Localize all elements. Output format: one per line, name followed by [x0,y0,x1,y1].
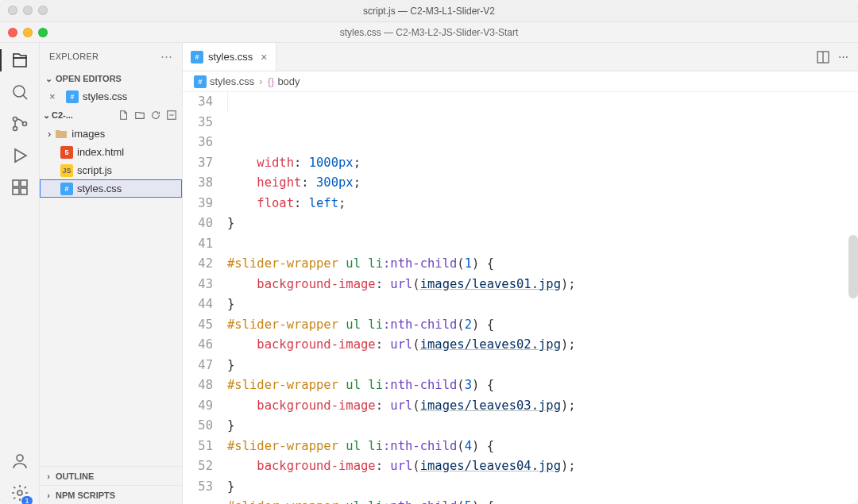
new-file-icon[interactable] [118,110,129,121]
sidebar-more-icon[interactable]: ⋯ [160,49,172,63]
minimize-dot[interactable] [23,28,33,37]
tree-item-label: script.js [77,164,112,176]
tree-item-label: index.html [77,146,124,158]
sidebar: EXPLORER ⋯ ⌄ OPEN EDITORS × # styles.css… [40,43,183,504]
settings-badge: 1 [21,496,32,504]
html-file-icon: 5 [60,146,73,159]
tree-file-script-js[interactable]: JS script.js [40,161,182,179]
open-editor-filename: styles.css [83,90,127,102]
tree-item-label: images [72,128,105,140]
svg-rect-4 [13,180,19,187]
breadcrumb-symbol[interactable]: {} body [268,75,300,87]
open-editor-item[interactable]: × # styles.css [40,87,182,106]
chevron-down-icon: ⌄ [43,110,50,121]
svg-rect-6 [21,188,27,194]
outer-max-dot[interactable] [38,6,48,15]
maximize-dot[interactable] [38,28,48,37]
tab-label: styles.css [208,51,253,63]
inner-window-title: styles.css — C2-M3-L2-JS-Slider-V3-Start [340,27,519,38]
inner-titlebar: styles.css — C2-M3-L2-JS-Slider-V3-Start [0,22,858,43]
chevron-right-icon: › [48,128,51,140]
css-file-icon: # [194,75,207,88]
extensions-icon[interactable] [9,176,31,198]
svg-point-1 [13,117,17,121]
css-file-icon: # [60,183,73,195]
svg-rect-7 [21,180,27,187]
tree-file-index-html[interactable]: 5 index.html [40,143,182,161]
outer-window-title: script.js — C2-M3-L1-Slider-V2 [363,6,495,17]
tabbar: # styles.css × ⋯ [183,43,858,71]
outline-header[interactable]: › OUTLINE [40,466,182,485]
tree-folder-images[interactable]: › images [40,125,182,143]
npm-scripts-header[interactable]: › NPM SCRIPTS [40,485,182,504]
folder-icon [55,128,68,140]
run-debug-icon[interactable] [9,144,31,167]
file-tree: › images 5 index.html JS script.js # sty… [40,125,182,198]
open-editors-list: × # styles.css [40,87,182,106]
folder-actions [118,110,182,121]
collapse-icon[interactable] [166,110,177,121]
bottom-sections: › OUTLINE › NPM SCRIPTS [40,466,182,504]
tree-file-styles-css[interactable]: # styles.css [40,179,182,198]
curly-braces-icon: {} [268,75,275,87]
sidebar-header: EXPLORER ⋯ [40,43,182,70]
tab-actions: ⋯ [806,43,858,71]
code-editor[interactable]: 3435363738394041424344454647484950515253… [183,92,858,504]
main-area: 1 EXPLORER ⋯ ⌄ OPEN EDITORS × # styles.c… [0,43,858,504]
code-content[interactable]: width: 1000px; height: 300px; float: lef… [227,92,858,504]
breadcrumb[interactable]: # styles.css › {} body [183,71,858,92]
breadcrumb-separator: › [259,75,262,87]
breadcrumb-file[interactable]: # styles.css [194,75,254,88]
search-icon[interactable] [9,81,31,103]
breadcrumb-symbol-label: body [277,75,300,87]
open-editors-header[interactable]: ⌄ OPEN EDITORS [40,70,182,87]
outline-label: OUTLINE [56,471,94,481]
line-number-gutter: 3435363738394041424344454647484950515253 [183,92,227,504]
open-editors-label: OPEN EDITORS [56,74,122,83]
tab-close-icon[interactable]: × [257,51,267,63]
svg-point-9 [17,491,22,495]
tab-styles-css[interactable]: # styles.css × [183,43,276,71]
css-file-icon: # [66,90,79,103]
js-file-icon: JS [60,164,73,177]
settings-gear-icon[interactable]: 1 [9,482,31,504]
svg-point-8 [17,455,23,461]
explorer-icon[interactable] [9,49,31,71]
split-editor-icon[interactable] [816,50,830,64]
sidebar-title: EXPLORER [49,52,99,61]
refresh-icon[interactable] [150,110,161,121]
breadcrumb-file-label: styles.css [210,75,254,87]
outer-titlebar: script.js — C2-M3-L1-Slider-V2 [0,0,858,22]
editor-area: # styles.css × ⋯ # styles.css › [183,43,858,504]
activity-bar: 1 [0,43,40,504]
svg-point-0 [14,86,25,97]
outer-close-dot[interactable] [8,6,17,15]
close-dot[interactable] [8,28,17,37]
outer-traffic-lights[interactable] [8,6,48,15]
chevron-down-icon: ⌄ [43,74,54,84]
css-file-icon: # [191,51,203,63]
scrollbar-thumb[interactable] [848,235,858,298]
outer-window: script.js — C2-M3-L1-Slider-V2 styles.cs… [0,0,858,504]
outer-min-dot[interactable] [23,6,33,15]
source-control-icon[interactable] [9,113,31,135]
svg-rect-5 [13,188,19,194]
svg-point-2 [13,127,17,131]
new-folder-icon[interactable] [134,110,145,121]
folder-header[interactable]: ⌄ C2-... [40,106,182,125]
npm-scripts-label: NPM SCRIPTS [56,491,115,500]
folder-name: C2-... [52,110,73,120]
chevron-right-icon: › [43,491,54,500]
tree-item-label: styles.css [77,183,122,194]
account-icon[interactable] [9,450,31,472]
more-actions-icon[interactable]: ⋯ [838,51,848,63]
chevron-right-icon: › [43,471,54,481]
close-editor-icon[interactable]: × [49,90,62,102]
inner-traffic-lights[interactable] [8,28,48,37]
